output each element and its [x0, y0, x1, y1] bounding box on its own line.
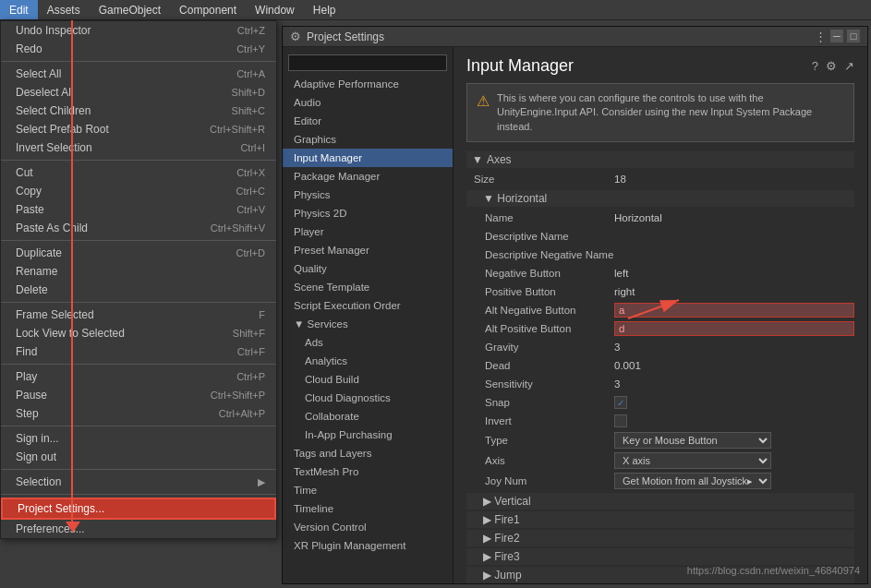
snap-checkbox[interactable]: ✓	[614, 396, 627, 409]
search-bar	[283, 51, 453, 75]
menu-select-children[interactable]: Select Children Shift+C	[1, 102, 276, 120]
settings-item-physics-2d[interactable]: Physics 2D	[283, 204, 453, 222]
axis-dropdown[interactable]: X axis	[614, 452, 771, 469]
type-dropdown[interactable]: Key or Mouse Button	[614, 432, 771, 449]
snap-label: Snap	[466, 397, 614, 408]
settings-item-textmesh-pro[interactable]: TextMesh Pro	[283, 462, 453, 481]
settings-item-time[interactable]: Time	[283, 481, 453, 499]
menubar-gameobject[interactable]: GameObject	[90, 0, 170, 19]
settings-item-quality[interactable]: Quality	[283, 259, 453, 278]
separator-5	[1, 364, 276, 365]
settings-item-cloud-diagnostics[interactable]: Cloud Diagnostics	[283, 389, 453, 407]
settings-item-package-manager[interactable]: Package Manager	[283, 167, 453, 186]
menu-rename[interactable]: Rename	[1, 262, 276, 281]
menu-select-prefab-root[interactable]: Select Prefab Root Ctrl+Shift+R	[1, 120, 276, 138]
settings-item-collaborate[interactable]: Collaborate	[283, 407, 453, 426]
settings-item-timeline[interactable]: Timeline	[283, 499, 453, 518]
settings-item-player[interactable]: Player	[283, 222, 453, 241]
settings-item-xr-plugin-management[interactable]: XR Plugin Management	[283, 536, 453, 555]
menu-paste[interactable]: Paste Ctrl+V	[1, 200, 276, 219]
menubar-window[interactable]: Window	[246, 0, 304, 19]
fire1-section-header[interactable]: ▶ Fire1	[466, 511, 854, 528]
menu-redo[interactable]: Redo Ctrl+Y	[1, 40, 276, 58]
settings-item-analytics[interactable]: Analytics	[283, 352, 453, 370]
settings-item-ads[interactable]: Ads	[283, 333, 453, 352]
menu-select-all[interactable]: Select All Ctrl+A	[1, 65, 276, 83]
type-label: Type	[466, 435, 614, 446]
settings-icon[interactable]: ⚙	[826, 59, 837, 73]
descriptive-name-label: Descriptive Name	[466, 231, 614, 242]
menubar-edit[interactable]: Edit	[0, 0, 38, 19]
menu-delete[interactable]: Delete	[1, 281, 276, 299]
menu-find[interactable]: Find Ctrl+F	[1, 342, 276, 361]
menu-undo[interactable]: Undo Inspector Ctrl+Z	[1, 21, 276, 40]
menu-sign-in[interactable]: Sign in...	[1, 429, 276, 448]
menu-selection[interactable]: Selection ▶	[1, 473, 276, 491]
field-snap: Snap ✓	[466, 393, 854, 412]
menu-cut[interactable]: Cut Ctrl+X	[1, 163, 276, 182]
vertical-section-header[interactable]: ▶ Vertical	[466, 493, 854, 510]
menu-deselect-all[interactable]: Deselect All Shift+D	[1, 83, 276, 102]
field-type: Type Key or Mouse Button	[466, 430, 854, 450]
menu-frame-selected[interactable]: Frame Selected F	[1, 306, 276, 324]
horizontal-section-header[interactable]: ▼ Horizontal	[466, 190, 854, 207]
menu-pause[interactable]: Pause Ctrl+Shift+P	[1, 386, 276, 404]
help-icon[interactable]: ?	[812, 59, 818, 73]
settings-item-scene-template[interactable]: Scene Template	[283, 278, 453, 296]
name-value: Horizontal	[614, 212, 854, 223]
menu-invert-selection[interactable]: Invert Selection Ctrl+I	[1, 138, 276, 157]
panel-header: Input Manager ? ⚙ ↗	[466, 56, 854, 76]
info-icon: ⚠	[477, 91, 490, 112]
field-alt-negative-button: Alt Negative Button a	[466, 301, 854, 319]
menu-paste-as-child[interactable]: Paste As Child Ctrl+Shift+V	[1, 219, 276, 237]
more-options-icon[interactable]: ⋮	[815, 30, 827, 43]
menubar: Edit Assets GameObject Component Window …	[0, 0, 871, 20]
field-descriptive-negative-name: Descriptive Negative Name	[466, 246, 854, 264]
settings-item-physics[interactable]: Physics	[283, 186, 453, 204]
alt-positive-button-label: Alt Positive Button	[466, 323, 614, 334]
menu-play[interactable]: Play Ctrl+P	[1, 367, 276, 386]
settings-item-preset-manager[interactable]: Preset Manager	[283, 241, 453, 259]
settings-item-editor[interactable]: Editor	[283, 112, 453, 130]
settings-item-graphics[interactable]: Graphics	[283, 130, 453, 149]
settings-item-tags-and-layers[interactable]: Tags and Layers	[283, 444, 453, 462]
fire3-section-header[interactable]: ▶ Fire3	[466, 548, 854, 565]
expand-icon[interactable]: ↗	[844, 59, 854, 73]
maximize-button[interactable]: □	[847, 30, 860, 42]
joy-num-dropdown[interactable]: Get Motion from all Joystick▸	[614, 473, 771, 489]
vertical-label: ▶ Vertical	[483, 495, 531, 508]
menu-project-settings[interactable]: Project Settings...	[1, 498, 276, 520]
minimize-button[interactable]: ─	[830, 30, 843, 42]
menu-copy[interactable]: Copy Ctrl+C	[1, 182, 276, 200]
menubar-assets[interactable]: Assets	[38, 0, 90, 19]
settings-search-input[interactable]	[288, 54, 447, 71]
titlebar-controls: ⋮ ─ □	[815, 30, 860, 43]
menu-step[interactable]: Step Ctrl+Alt+P	[1, 404, 276, 423]
settings-item-input-manager[interactable]: Input Manager	[283, 149, 453, 167]
settings-item-in-app-purchasing[interactable]: In-App Purchasing	[283, 426, 453, 444]
invert-checkbox[interactable]	[614, 414, 627, 427]
menubar-help[interactable]: Help	[304, 0, 345, 19]
fire2-section-header[interactable]: ▶ Fire2	[466, 530, 854, 546]
settings-item-script-execution-order[interactable]: Script Execution Order	[283, 296, 453, 315]
menu-preferences[interactable]: Preferences...	[1, 520, 276, 538]
settings-item-audio[interactable]: Audio	[283, 93, 453, 112]
settings-item-cloud-build[interactable]: Cloud Build	[283, 370, 453, 389]
field-alt-positive-button: Alt Positive Button d	[466, 319, 854, 338]
project-settings-titlebar: ⚙ Project Settings ⋮ ─ □	[283, 27, 867, 47]
menu-sign-out[interactable]: Sign out	[1, 448, 276, 466]
menu-duplicate[interactable]: Duplicate Ctrl+D	[1, 244, 276, 262]
fire2-label: ▶ Fire2	[483, 532, 520, 545]
settings-item-services[interactable]: ▼ Services	[283, 315, 453, 333]
separator-1	[1, 61, 276, 62]
menubar-component[interactable]: Component	[170, 0, 246, 19]
settings-item-version-control[interactable]: Version Control	[283, 518, 453, 536]
alt-negative-button-value: a	[614, 303, 854, 318]
invert-label: Invert	[466, 415, 614, 426]
positive-button-label: Positive Button	[466, 286, 614, 297]
gravity-label: Gravity	[466, 342, 614, 353]
gear-icon: ⚙	[290, 30, 301, 43]
menu-lock-view[interactable]: Lock View to Selected Shift+F	[1, 324, 276, 342]
axes-section-header[interactable]: ▼ Axes	[466, 151, 854, 168]
settings-item-adaptive-performance[interactable]: Adaptive Performance	[283, 75, 453, 93]
